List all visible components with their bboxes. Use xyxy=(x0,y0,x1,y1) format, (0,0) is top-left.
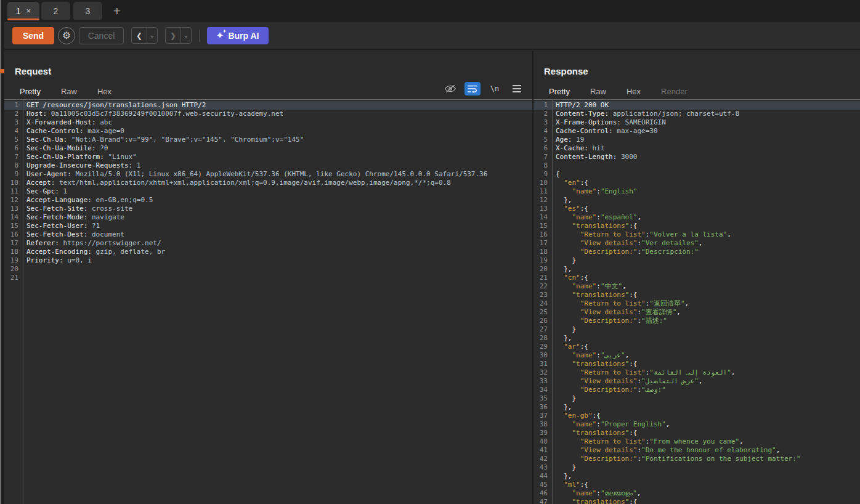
code-line[interactable]: 11 "name":"English" xyxy=(533,187,860,196)
code-line[interactable]: 36 }, xyxy=(533,403,860,412)
code-line[interactable]: 30 "name":"عربي", xyxy=(533,351,860,360)
tab-request-raw[interactable]: Raw xyxy=(56,84,82,100)
code-line[interactable]: 32 "Return to list":"العودة إلى القائمة"… xyxy=(533,368,860,377)
code-line[interactable]: 15 "translations":{ xyxy=(533,222,860,230)
code-line[interactable]: 18Accept-Encoding: gzip, deflate, br xyxy=(4,248,532,256)
forward-dropdown-button[interactable]: ⌄ xyxy=(181,28,191,43)
editor-menu-button[interactable] xyxy=(509,82,525,96)
code-line[interactable]: 20 }, xyxy=(533,265,860,274)
code-line[interactable]: 9User-Agent: Mozilla/5.0 (X11; Linux x86… xyxy=(4,170,532,179)
code-line[interactable]: 15Sec-Fetch-User: ?1 xyxy=(4,222,532,230)
code-line[interactable]: 7Content-Length: 3000 xyxy=(533,153,860,161)
close-icon[interactable]: × xyxy=(26,7,31,15)
code-line[interactable]: 43 } xyxy=(533,463,860,472)
back-dropdown-button[interactable]: ⌄ xyxy=(147,28,157,43)
code-line[interactable]: 10Accept: text/html,application/xhtml+xm… xyxy=(4,179,532,187)
code-line[interactable]: 17Referer: https://portswigger.net/ xyxy=(4,239,532,248)
code-line[interactable]: 23 "translations":{ xyxy=(533,291,860,299)
response-editor[interactable]: 1HTTP/2 200 OK2Content-Type: application… xyxy=(533,99,860,504)
code-line[interactable]: 14Sec-Fetch-Mode: navigate xyxy=(4,213,532,222)
code-line[interactable]: 21 "cn":{ xyxy=(533,274,860,282)
newline-toggle-button[interactable]: \n xyxy=(487,82,503,96)
code-line[interactable]: 25 "View details":"查看詳情", xyxy=(533,308,860,317)
cancel-button[interactable]: Cancel xyxy=(79,27,124,44)
line-number: 46 xyxy=(533,489,552,498)
code-line[interactable]: 24 "Return to list":"返回清單", xyxy=(533,299,860,308)
code-line[interactable]: 29 "ar":{ xyxy=(533,343,860,351)
code-line[interactable]: 45 "ml":{ xyxy=(533,481,860,489)
code-line[interactable]: 6Sec-Ch-Ua-Mobile: ?0 xyxy=(4,144,532,153)
code-line[interactable]: 11Sec-Gpc: 1 xyxy=(4,187,532,196)
repeater-tab-1[interactable]: 1 × xyxy=(7,2,39,20)
code-line[interactable]: 4Cache-Control: max-age=30 xyxy=(533,127,860,136)
forward-button[interactable]: ❯ xyxy=(166,28,181,43)
code-line[interactable]: 33 "View details":"عرض التفاصيل", xyxy=(533,377,860,386)
code-line[interactable]: 16Sec-Fetch-Dest: document xyxy=(4,230,532,239)
code-line[interactable]: 42 "Description:":"Pontifications on the… xyxy=(533,455,860,463)
tab-request-hex[interactable]: Hex xyxy=(92,84,116,100)
burp-ai-button[interactable]: ✦✦ Burp AI xyxy=(207,27,269,44)
request-panel: Request Pretty Raw Hex xyxy=(4,51,532,504)
code-line[interactable]: 1GET /resources/json/translations.json H… xyxy=(4,101,532,110)
code-line[interactable]: 40 "Return to list":"From whence you cam… xyxy=(533,437,860,446)
code-line[interactable]: 20 xyxy=(4,265,532,274)
code-line[interactable]: 6X-Cache: hit xyxy=(533,144,860,153)
code-line[interactable]: 13Sec-Fetch-Site: cross-site xyxy=(4,205,532,213)
code-line[interactable]: 9{ xyxy=(533,170,860,179)
code-line[interactable]: 34 "Description:":"وصف:" xyxy=(533,386,860,394)
code-line[interactable]: 8 xyxy=(533,161,860,170)
tab-request-pretty[interactable]: Pretty xyxy=(15,84,46,100)
code-line[interactable]: 17 "View details":"Ver detailes", xyxy=(533,239,860,248)
code-line[interactable]: 2Content-Type: application/json; charset… xyxy=(533,110,860,118)
tab-response-raw[interactable]: Raw xyxy=(585,84,611,100)
line-number: 10 xyxy=(4,179,23,187)
code-line[interactable]: 7Sec-Ch-Ua-Platform: "Linux" xyxy=(4,153,532,161)
settings-gear-button[interactable]: ⚙ xyxy=(58,27,75,44)
code-line[interactable]: 16 "Return to list":"Volver a la lista", xyxy=(533,230,860,239)
repeater-tab-2[interactable]: 2 xyxy=(41,2,70,20)
request-editor-controls: \n xyxy=(442,82,525,96)
code-line[interactable]: 1HTTP/2 200 OK xyxy=(533,101,860,110)
back-button[interactable]: ❮ xyxy=(132,28,147,43)
line-number: 5 xyxy=(4,136,23,144)
word-wrap-button[interactable] xyxy=(464,82,481,96)
code-line[interactable]: 19 } xyxy=(533,256,860,265)
code-line[interactable]: 8Upgrade-Insecure-Requests: 1 xyxy=(4,161,532,170)
tab-response-render[interactable]: Render xyxy=(656,84,692,100)
code-line[interactable]: 27 } xyxy=(533,325,860,334)
show-nonprintable-button[interactable] xyxy=(442,82,458,96)
line-number: 28 xyxy=(533,334,552,343)
code-line[interactable]: 19Priority: u=0, i xyxy=(4,256,532,265)
code-line[interactable]: 10 "en":{ xyxy=(533,179,860,187)
tab-response-hex[interactable]: Hex xyxy=(622,84,646,100)
code-line[interactable]: 13 "es":{ xyxy=(533,205,860,213)
send-button[interactable]: Send xyxy=(12,27,54,44)
code-line[interactable]: 3X-Frame-Options: SAMEORIGIN xyxy=(533,118,860,127)
code-line[interactable]: 12 }, xyxy=(533,196,860,205)
code-line[interactable]: 37 "en-gb":{ xyxy=(533,412,860,420)
code-line[interactable]: 26 "Description:":"描述:" xyxy=(533,317,860,325)
code-line[interactable]: 38 "name":"Proper English", xyxy=(533,420,860,429)
code-line[interactable]: 12Accept-Language: en-GB,en;q=0.5 xyxy=(4,196,532,205)
code-line[interactable]: 31 "translations":{ xyxy=(533,360,860,368)
add-tab-button[interactable]: + xyxy=(110,4,124,18)
tab-response-pretty[interactable]: Pretty xyxy=(544,84,575,100)
code-line[interactable]: 21 xyxy=(4,274,532,282)
code-line[interactable]: 2Host: 0a11005c03d5c7f38369249f0010007f.… xyxy=(4,110,532,118)
code-line[interactable]: 41 "View details":"Do me the honour of e… xyxy=(533,446,860,455)
code-line[interactable]: 46 "name":"മലയാളം", xyxy=(533,489,860,498)
code-line[interactable]: 47 "translations":{ xyxy=(533,498,860,504)
repeater-tab-3[interactable]: 3 xyxy=(73,2,102,20)
code-line[interactable]: 39 "translations":{ xyxy=(533,429,860,437)
code-line[interactable]: 44 }, xyxy=(533,472,860,481)
code-line[interactable]: 5Sec-Ch-Ua: "Not:A-Brand";v="99", "Brave… xyxy=(4,136,532,144)
code-line[interactable]: 28 }, xyxy=(533,334,860,343)
code-line[interactable]: 4Cache-Control: max-age=0 xyxy=(4,127,532,136)
code-line[interactable]: 5Age: 19 xyxy=(533,136,860,144)
code-line[interactable]: 18 "Description:":"Descripción:" xyxy=(533,248,860,256)
code-line[interactable]: 22 "name":"中文", xyxy=(533,282,860,291)
code-line[interactable]: 35 } xyxy=(533,394,860,403)
request-editor[interactable]: 1GET /resources/json/translations.json H… xyxy=(4,99,532,504)
code-line[interactable]: 3X-Forwarded-Host: abc xyxy=(4,118,532,127)
code-line[interactable]: 14 "name":"español", xyxy=(533,213,860,222)
